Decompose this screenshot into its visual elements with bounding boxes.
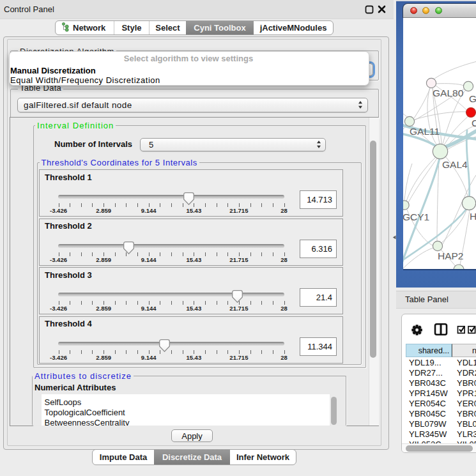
svg-text:H: H [470,211,476,222]
svg-text:GAL80: GAL80 [433,88,464,98]
svg-text:C: C [472,118,476,128]
svg-text:GAL4: GAL4 [442,159,468,170]
svg-text:GA: GA [469,93,476,104]
svg-text:GCY1: GCY1 [403,211,429,222]
svg-text:GAL11: GAL11 [410,126,440,137]
svg-text:HAP2: HAP2 [438,250,464,261]
